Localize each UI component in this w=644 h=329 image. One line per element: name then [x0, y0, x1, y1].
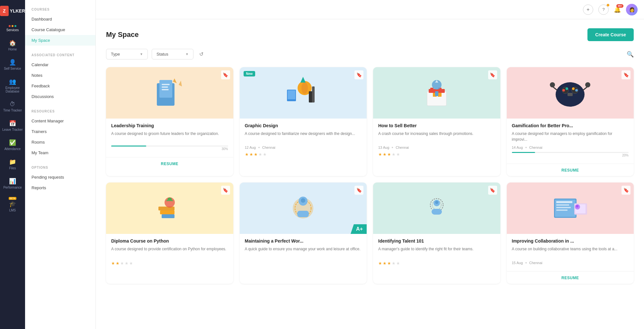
sidebar-item-feedback[interactable]: Feedback — [25, 81, 95, 91]
card-desc-8: A course on building collaborative teams… — [512, 246, 629, 258]
content-area: My Space Create Course Type ▼ Status ▼ ↺… — [96, 19, 644, 329]
files-icon: 📁 — [9, 158, 16, 165]
bookmark-icon-7[interactable]: 🔖 — [488, 186, 497, 195]
card-date-2: 12 Aug — [245, 146, 256, 149]
svg-rect-53 — [556, 201, 572, 203]
sidebar-item-my-space[interactable]: My Space — [25, 35, 95, 46]
sidebar-item-calendar[interactable]: Calendar — [25, 59, 95, 70]
sidebar-item-course-catalogue[interactable]: Course Catalogue — [25, 24, 95, 35]
course-card-7[interactable]: 🔖 Identifying Talent 101 A manager's gui… — [373, 182, 500, 284]
sidebar-item-trainers[interactable]: Trainers — [25, 126, 95, 137]
bookmark-icon-6[interactable]: 🔖 — [354, 186, 363, 195]
nav-files[interactable]: 📁 Files — [0, 155, 25, 173]
resume-btn-1[interactable]: RESUME — [161, 162, 178, 166]
sidebar-item-dashboard[interactable]: Dashboard — [25, 14, 95, 24]
nav-employee-db[interactable]: 👥 Employee Database — [0, 75, 25, 96]
svg-rect-36 — [160, 210, 174, 214]
sidebar-section-associated: ASSOCIATED CONTENT Calendar Notes Feedba… — [25, 52, 95, 102]
sidebar-item-content-manager[interactable]: Content Manager — [25, 116, 95, 126]
type-filter[interactable]: Type ▼ — [106, 49, 148, 59]
bookmark-icon-2[interactable]: 🔖 — [354, 70, 363, 79]
card-date-4: 14 Aug — [512, 146, 523, 149]
grade-badge-6: A+ — [351, 224, 367, 234]
resume-btn-8[interactable]: RESUME — [561, 276, 579, 280]
search-button[interactable]: 🔍 — [627, 51, 634, 58]
card-desc-7: A manager's guide to identify the right … — [378, 246, 495, 258]
person-icon: 👤 — [9, 59, 16, 66]
nav-employee-db-label: Employee Database — [2, 86, 23, 93]
card-desc-6: A quick guide to ensure you manage your … — [245, 246, 362, 258]
course-card-1[interactable]: 🔖 Leadership Training A course designed … — [106, 67, 233, 176]
sidebar: COURSES Dashboard Course Catalogue My Sp… — [25, 0, 96, 329]
course-card-2[interactable]: New 🔖 Graphic Design A course designed — [240, 67, 367, 176]
card-image-5: 🔖 — [106, 182, 233, 234]
course-card-5[interactable]: 🔖 Diploma Course on Python A course desi… — [106, 182, 233, 284]
course-card-3[interactable]: 🔖 How to Sell Better A crash course for … — [373, 67, 500, 176]
card-image-3: 🔖 — [373, 67, 500, 119]
card-location-4: Chennai — [529, 146, 542, 149]
nav-performance-label: Performance — [3, 186, 22, 189]
course-card-4[interactable]: 🔖 Gamification for Better Pro... A cours… — [507, 67, 634, 176]
card-title-8: Improving Collaboration in ... — [512, 238, 629, 244]
svg-rect-26 — [568, 93, 573, 96]
card-image-7: 🔖 — [373, 182, 500, 234]
resume-btn-4[interactable]: RESUME — [561, 168, 579, 173]
bookmark-icon-1[interactable]: 🔖 — [221, 70, 230, 79]
bookmark-icon-5[interactable]: 🔖 — [221, 186, 230, 195]
course-card-6[interactable]: A+ 🔖 Maintaining a Perfect Wor... A quic… — [240, 182, 367, 284]
logo-box: Z — [0, 6, 9, 16]
bookmark-icon-4[interactable]: 🔖 — [622, 70, 631, 79]
svg-rect-55 — [556, 207, 571, 208]
refresh-button[interactable]: ↺ — [197, 49, 205, 59]
status-filter[interactable]: Status ▼ — [152, 49, 193, 59]
bookmark-icon-3[interactable]: 🔖 — [488, 70, 497, 79]
card-body-7: Identifying Talent 101 A manager's guide… — [373, 234, 500, 272]
course-card-8[interactable]: 🔖 Improving Collaboration in ... A cours… — [507, 182, 634, 284]
card-footer-4[interactable]: RESUME — [507, 164, 634, 176]
user-avatar[interactable]: 👩 — [626, 4, 638, 15]
dot-red — [9, 25, 11, 27]
nav-home-label: Home — [8, 48, 17, 51]
nav-attendance[interactable]: ✅ Attendance — [0, 136, 25, 154]
nav-performance[interactable]: 📊 Performance — [0, 174, 25, 192]
sidebar-item-my-team[interactable]: My Team — [25, 147, 95, 158]
card-body-4: Gamification for Better Pro... A course … — [507, 119, 634, 164]
svg-rect-45 — [297, 211, 309, 217]
perf-icon: 📊 — [9, 178, 16, 185]
sidebar-item-rooms[interactable]: Rooms — [25, 137, 95, 147]
card-footer-1[interactable]: RESUME — [106, 157, 233, 170]
sidebar-item-notes[interactable]: Notes — [25, 70, 95, 81]
sidebar-item-discussions[interactable]: Discussions — [25, 91, 95, 102]
bookmark-icon-8[interactable]: 🔖 — [622, 186, 631, 195]
nav-lms[interactable]: BETA 🎓 LMS — [0, 194, 25, 215]
nav-time-tracker[interactable]: ⏱ Time Tracker — [0, 98, 25, 115]
svg-rect-35 — [158, 207, 174, 210]
dot-sep-8 — [525, 262, 527, 263]
card-body-6: Maintaining a Perfect Wor... A quick gui… — [240, 234, 367, 265]
svg-marker-5 — [173, 78, 177, 83]
create-course-button[interactable]: Create Course — [587, 28, 634, 41]
nav-self-service[interactable]: 👤 Self Service — [0, 56, 25, 74]
sidebar-item-reports[interactable]: Reports — [25, 182, 95, 193]
notifications-button[interactable]: 🔔 99+ — [614, 6, 621, 13]
svg-rect-50 — [432, 209, 442, 215]
svg-marker-13 — [300, 77, 306, 83]
card-title-4: Gamification for Better Pro... — [512, 123, 629, 128]
topbar: + ? 🔔 99+ 👩 — [96, 0, 644, 19]
nav-home[interactable]: 🏠 Home — [0, 36, 25, 54]
help-button[interactable]: ? — [598, 4, 609, 15]
progress-label-4: 20% — [512, 154, 629, 157]
svg-rect-1 — [159, 80, 172, 98]
card-title-5: Diploma Course on Python — [111, 238, 228, 244]
progress-fill-4 — [512, 152, 535, 153]
add-button[interactable]: + — [583, 4, 593, 15]
card-location-8: Chennai — [529, 261, 542, 265]
svg-rect-8 — [288, 90, 295, 99]
nav-services[interactable]: Services — [0, 22, 25, 35]
card-footer-8[interactable]: RESUME — [507, 271, 634, 284]
card-desc-4: A course designed for managers to employ… — [512, 131, 629, 142]
services-dots — [9, 25, 16, 27]
nav-leave-tracker[interactable]: 📅 Leave Tracker — [0, 117, 25, 135]
svg-point-29 — [572, 87, 575, 90]
sidebar-item-pending-requests[interactable]: Pending requests — [25, 172, 95, 182]
